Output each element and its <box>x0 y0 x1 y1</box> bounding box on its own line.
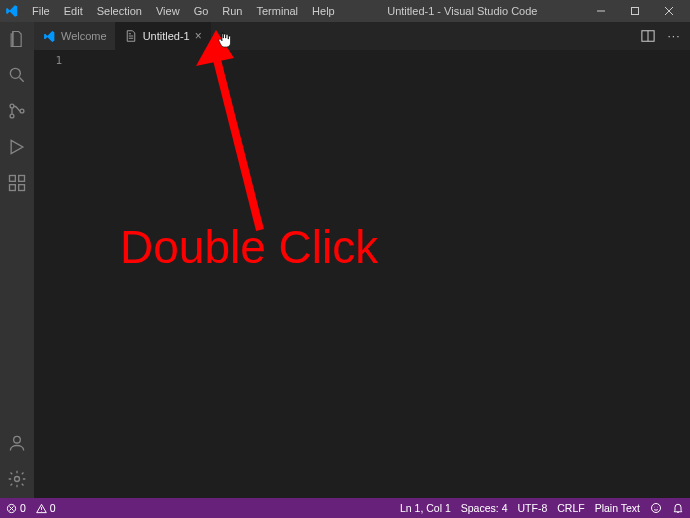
menu-terminal[interactable]: Terminal <box>251 3 305 19</box>
accounts-icon[interactable] <box>6 432 28 454</box>
menu-help[interactable]: Help <box>306 3 341 19</box>
status-errors[interactable]: 0 <box>6 502 26 514</box>
activity-bar <box>0 22 34 498</box>
menu-bar: File Edit Selection View Go Run Terminal… <box>26 3 341 19</box>
menu-view[interactable]: View <box>150 3 186 19</box>
hand-cursor-icon <box>218 32 232 50</box>
status-warnings[interactable]: 0 <box>36 502 56 514</box>
svg-point-2 <box>10 104 14 108</box>
svg-rect-6 <box>10 185 16 191</box>
warning-count: 0 <box>50 502 56 514</box>
minimize-button[interactable] <box>584 0 618 22</box>
file-icon <box>124 29 138 43</box>
svg-point-3 <box>10 114 14 118</box>
svg-rect-8 <box>19 176 25 182</box>
close-button[interactable] <box>652 0 686 22</box>
extensions-icon[interactable] <box>6 172 28 194</box>
close-tab-icon[interactable]: × <box>195 30 202 42</box>
title-bar: File Edit Selection View Go Run Terminal… <box>0 0 690 22</box>
status-spaces[interactable]: Spaces: 4 <box>461 502 508 514</box>
settings-gear-icon[interactable] <box>6 468 28 490</box>
menu-run[interactable]: Run <box>216 3 248 19</box>
source-control-icon[interactable] <box>6 100 28 122</box>
status-bar: 0 0 Ln 1, Col 1 Spaces: 4 UTF-8 CRLF Pla… <box>0 498 690 518</box>
tab-bar[interactable]: Welcome Untitled-1 × ··· <box>34 22 690 50</box>
tab-untitled-1[interactable]: Untitled-1 × <box>116 22 211 50</box>
window-title: Untitled-1 - Visual Studio Code <box>341 5 584 17</box>
status-feedback-icon[interactable] <box>650 502 662 514</box>
svg-point-10 <box>15 477 20 482</box>
explorer-icon[interactable] <box>6 28 28 50</box>
status-lncol[interactable]: Ln 1, Col 1 <box>400 502 451 514</box>
run-debug-icon[interactable] <box>6 136 28 158</box>
vscode-logo-icon <box>4 3 20 19</box>
line-number: 1 <box>34 54 62 67</box>
line-gutter: 1 <box>34 50 72 498</box>
status-encoding[interactable]: UTF-8 <box>517 502 547 514</box>
svg-rect-0 <box>632 8 639 15</box>
editor[interactable]: 1 <box>34 50 690 498</box>
svg-point-9 <box>14 436 21 443</box>
status-bell-icon[interactable] <box>672 502 684 514</box>
tab-actions: ··· <box>640 22 690 50</box>
error-count: 0 <box>20 502 26 514</box>
svg-rect-5 <box>10 176 16 182</box>
svg-point-13 <box>652 504 661 513</box>
workbench-body: Welcome Untitled-1 × ··· <box>0 22 690 498</box>
svg-point-4 <box>20 109 24 113</box>
status-eol[interactable]: CRLF <box>557 502 584 514</box>
search-icon[interactable] <box>6 64 28 86</box>
split-editor-icon[interactable] <box>640 28 656 44</box>
menu-edit[interactable]: Edit <box>58 3 89 19</box>
editor-surface[interactable] <box>72 50 690 498</box>
tab-label: Untitled-1 <box>143 30 190 42</box>
svg-point-1 <box>10 68 20 78</box>
menu-file[interactable]: File <box>26 3 56 19</box>
menu-go[interactable]: Go <box>188 3 215 19</box>
tab-welcome[interactable]: Welcome <box>34 22 116 50</box>
window-controls <box>584 0 686 22</box>
editor-area: Welcome Untitled-1 × ··· <box>34 22 690 498</box>
more-actions-icon[interactable]: ··· <box>666 28 682 44</box>
tab-label: Welcome <box>61 30 107 42</box>
svg-rect-7 <box>19 185 25 191</box>
menu-selection[interactable]: Selection <box>91 3 148 19</box>
status-lang[interactable]: Plain Text <box>595 502 640 514</box>
vscode-tab-icon <box>42 29 56 43</box>
maximize-button[interactable] <box>618 0 652 22</box>
vscode-window: File Edit Selection View Go Run Terminal… <box>0 0 690 518</box>
